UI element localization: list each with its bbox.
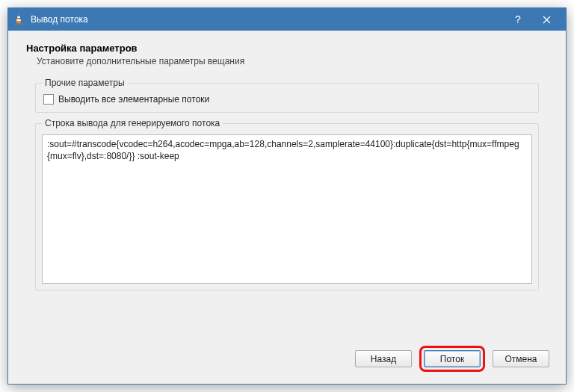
page-heading: Настройка параметров [26, 43, 552, 54]
svg-marker-0 [16, 14, 21, 23]
vlc-cone-icon [13, 13, 25, 25]
checkbox-label: Выводить все элементарные потоки [58, 94, 209, 105]
sout-string-textarea[interactable]: :sout=#transcode{vcodec=h264,acodec=mpga… [42, 134, 532, 284]
close-button[interactable] [531, 8, 561, 31]
misc-options-legend: Прочие параметры [42, 78, 128, 88]
page-subheading: Установите дополнительные параметры веща… [37, 56, 552, 66]
output-string-legend: Строка вывода для генерируемого потока [42, 118, 223, 128]
checkbox-box-icon [43, 94, 54, 105]
svg-rect-2 [16, 19, 21, 21]
cancel-button[interactable]: Отмена [493, 350, 549, 367]
help-button[interactable]: ? [504, 8, 531, 31]
titlebar: Вывод потока ? [8, 8, 566, 31]
stream-all-elementary-checkbox[interactable]: Выводить все элементарные потоки [43, 94, 531, 105]
output-string-group: Строка вывода для генерируемого потока :… [35, 123, 539, 290]
misc-options-group: Прочие параметры Выводить все элементарн… [35, 83, 539, 113]
dialog-window: Вывод потока ? Настройка параметров Уста… [7, 7, 567, 385]
svg-rect-3 [15, 23, 22, 25]
window-title: Вывод потока [31, 14, 504, 25]
stream-button[interactable]: Поток [424, 350, 481, 367]
back-button[interactable]: Назад [355, 350, 412, 367]
dialog-content: Настройка параметров Установите дополнит… [8, 31, 566, 384]
svg-rect-1 [17, 16, 20, 18]
annotation-highlight: Поток [419, 346, 485, 372]
wizard-button-row: Назад Поток Отмена [355, 346, 549, 372]
